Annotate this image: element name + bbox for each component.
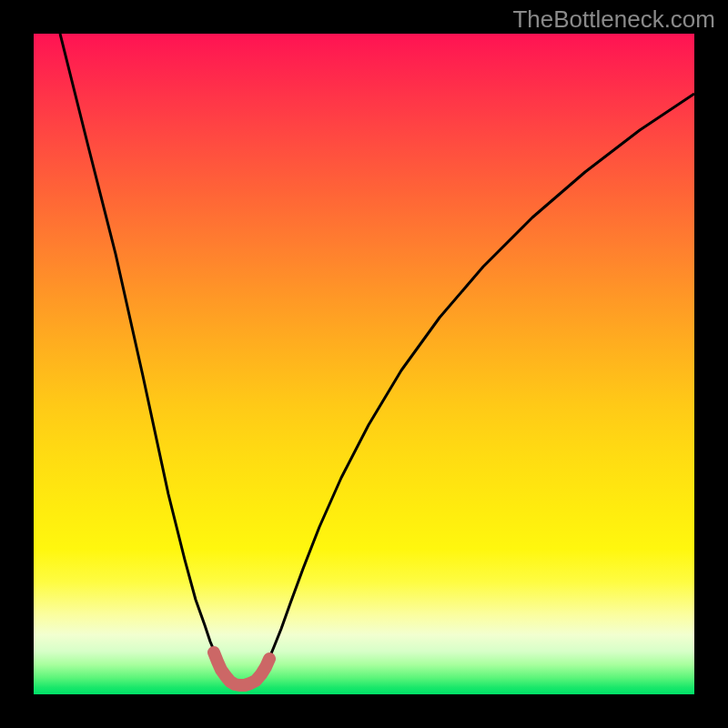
optimal-range-highlight <box>214 652 269 685</box>
curve-layer <box>34 34 694 694</box>
watermark-text: TheBottleneck.com <box>512 5 715 34</box>
bottleneck-curve <box>60 34 694 685</box>
plot-area <box>34 34 694 694</box>
chart-frame: TheBottleneck.com <box>0 0 728 728</box>
